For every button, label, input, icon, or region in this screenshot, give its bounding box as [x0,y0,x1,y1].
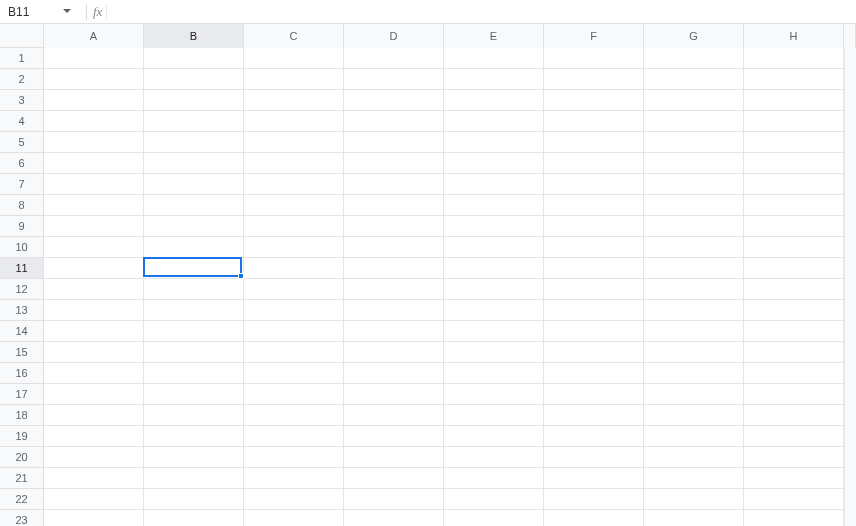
cell-A23[interactable] [44,510,144,526]
cell-F21[interactable] [544,468,644,489]
cell-C6[interactable] [244,153,344,174]
cell-H8[interactable] [744,195,844,216]
cell-D19[interactable] [344,426,444,447]
cell-B12[interactable] [144,279,244,300]
cell-G12[interactable] [644,279,744,300]
cell-B5[interactable] [144,132,244,153]
row-header-4[interactable]: 4 [0,111,43,132]
cell-D22[interactable] [344,489,444,510]
cell-G23[interactable] [644,510,744,526]
cell-F4[interactable] [544,111,644,132]
cell-C4[interactable] [244,111,344,132]
column-header-H[interactable]: H [744,24,844,48]
cell-A13[interactable] [44,300,144,321]
cell-B6[interactable] [144,153,244,174]
cell-G17[interactable] [644,384,744,405]
row-header-14[interactable]: 14 [0,321,43,342]
cell-E11[interactable] [444,258,544,279]
cell-G16[interactable] [644,363,744,384]
cell-C21[interactable] [244,468,344,489]
cell-B21[interactable] [144,468,244,489]
vertical-scrollbar[interactable] [844,48,856,526]
cell-G1[interactable] [644,48,744,69]
cell-F14[interactable] [544,321,644,342]
cell-F6[interactable] [544,153,644,174]
cell-E22[interactable] [444,489,544,510]
cell-C9[interactable] [244,216,344,237]
cell-A14[interactable] [44,321,144,342]
cell-H6[interactable] [744,153,844,174]
row-header-2[interactable]: 2 [0,69,43,90]
cell-H18[interactable] [744,405,844,426]
cell-C7[interactable] [244,174,344,195]
cell-A21[interactable] [44,468,144,489]
cell-F3[interactable] [544,90,644,111]
cell-D12[interactable] [344,279,444,300]
cell-A20[interactable] [44,447,144,468]
cell-C1[interactable] [244,48,344,69]
cell-C3[interactable] [244,90,344,111]
cell-E20[interactable] [444,447,544,468]
cell-D23[interactable] [344,510,444,526]
cell-A1[interactable] [44,48,144,69]
cell-F23[interactable] [544,510,644,526]
row-header-6[interactable]: 6 [0,153,43,174]
cell-A17[interactable] [44,384,144,405]
cell-G13[interactable] [644,300,744,321]
cell-H5[interactable] [744,132,844,153]
cell-H13[interactable] [744,300,844,321]
cell-C12[interactable] [244,279,344,300]
cell-H7[interactable] [744,174,844,195]
cell-G6[interactable] [644,153,744,174]
cell-C8[interactable] [244,195,344,216]
cell-H21[interactable] [744,468,844,489]
cell-G19[interactable] [644,426,744,447]
row-header-23[interactable]: 23 [0,510,43,526]
cell-G8[interactable] [644,195,744,216]
cell-B11[interactable] [144,258,244,279]
cell-B23[interactable] [144,510,244,526]
cell-C22[interactable] [244,489,344,510]
cell-E14[interactable] [444,321,544,342]
cells-area[interactable] [44,48,856,526]
cell-H23[interactable] [744,510,844,526]
cell-G21[interactable] [644,468,744,489]
cell-D15[interactable] [344,342,444,363]
cell-C16[interactable] [244,363,344,384]
cell-E19[interactable] [444,426,544,447]
cell-A4[interactable] [44,111,144,132]
cell-H3[interactable] [744,90,844,111]
cell-C13[interactable] [244,300,344,321]
row-header-17[interactable]: 17 [0,384,43,405]
cell-A3[interactable] [44,90,144,111]
cell-A22[interactable] [44,489,144,510]
cell-D18[interactable] [344,405,444,426]
cell-H22[interactable] [744,489,844,510]
row-header-12[interactable]: 12 [0,279,43,300]
cell-G15[interactable] [644,342,744,363]
row-header-9[interactable]: 9 [0,216,43,237]
cell-F7[interactable] [544,174,644,195]
cell-E10[interactable] [444,237,544,258]
cell-G7[interactable] [644,174,744,195]
cell-F11[interactable] [544,258,644,279]
cell-H19[interactable] [744,426,844,447]
cell-G5[interactable] [644,132,744,153]
cell-B4[interactable] [144,111,244,132]
cell-F1[interactable] [544,48,644,69]
cell-C20[interactable] [244,447,344,468]
row-header-16[interactable]: 16 [0,363,43,384]
row-header-3[interactable]: 3 [0,90,43,111]
cell-E5[interactable] [444,132,544,153]
cell-E16[interactable] [444,363,544,384]
cell-H4[interactable] [744,111,844,132]
cell-E23[interactable] [444,510,544,526]
cell-B10[interactable] [144,237,244,258]
cell-C15[interactable] [244,342,344,363]
cell-A2[interactable] [44,69,144,90]
cell-H17[interactable] [744,384,844,405]
row-header-19[interactable]: 19 [0,426,43,447]
cell-D14[interactable] [344,321,444,342]
cell-D8[interactable] [344,195,444,216]
row-header-21[interactable]: 21 [0,468,43,489]
